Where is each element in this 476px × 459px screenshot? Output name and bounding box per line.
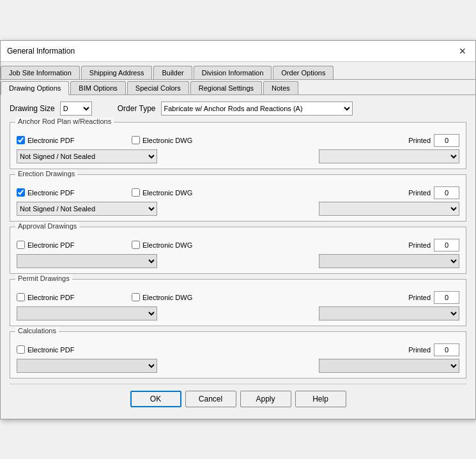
anchor-rod-right-dropdown[interactable] bbox=[319, 149, 459, 163]
calculations-title: Calculations bbox=[15, 327, 59, 335]
tab-regional-settings[interactable]: Regional Settings bbox=[190, 81, 262, 94]
approval-title: Approval Drawings bbox=[15, 222, 79, 230]
anchor-rod-dwg-label[interactable]: Electronic DWG bbox=[132, 136, 215, 144]
order-type-select[interactable]: Fabricate w/ Anchor Rods and Reactions (… bbox=[161, 102, 353, 116]
erection-left-dropdown[interactable]: Not Signed / Not Sealed bbox=[17, 202, 157, 216]
calculations-printed-input[interactable] bbox=[434, 343, 459, 356]
calculations-right-dropdown[interactable] bbox=[319, 359, 459, 373]
calculations-pdf-label[interactable]: Electronic PDF bbox=[17, 345, 100, 354]
approval-right-dropdown[interactable] bbox=[319, 254, 459, 268]
erection-dwg-label[interactable]: Electronic DWG bbox=[132, 188, 215, 197]
anchor-rod-title: Anchor Rod Plan w/Reactions bbox=[15, 117, 114, 125]
approval-left-dropdown[interactable] bbox=[17, 254, 157, 268]
erection-right-dropdown[interactable] bbox=[319, 202, 459, 216]
permit-pdf-label[interactable]: Electronic PDF bbox=[17, 293, 100, 301]
button-row: OK Cancel Apply Help bbox=[10, 384, 466, 412]
anchor-rod-pdf-checkbox[interactable] bbox=[17, 136, 25, 144]
erection-dwg-checkbox[interactable] bbox=[132, 188, 140, 197]
permit-section: Permit Drawings Electronic PDF Electroni… bbox=[10, 279, 466, 326]
calculations-left-dropdown[interactable] bbox=[17, 359, 157, 373]
anchor-rod-dropdown-row: Not Signed / Not Sealed bbox=[17, 149, 459, 163]
permit-dwg-label[interactable]: Electronic DWG bbox=[132, 293, 215, 301]
tab-drawing-options[interactable]: Drawing Options bbox=[1, 81, 69, 95]
calculations-checkboxes-row: Electronic PDF Printed bbox=[17, 343, 459, 356]
main-window: General Information ✕ Job Site Informati… bbox=[0, 40, 476, 419]
apply-button[interactable]: Apply bbox=[240, 391, 291, 407]
erection-pdf-checkbox[interactable] bbox=[17, 188, 25, 197]
anchor-rod-pdf-label[interactable]: Electronic PDF bbox=[17, 136, 100, 144]
tab-builder[interactable]: Builder bbox=[153, 66, 192, 79]
tab-notes[interactable]: Notes bbox=[263, 81, 298, 94]
permit-title: Permit Drawings bbox=[15, 275, 72, 282]
content-area: Drawing Size D A B C E Order Type Fabric… bbox=[1, 95, 475, 419]
approval-dwg-label[interactable]: Electronic DWG bbox=[132, 241, 215, 249]
tab-shipping-address[interactable]: Shipping Address bbox=[81, 66, 153, 79]
erection-printed-group: Printed bbox=[408, 186, 459, 199]
permit-checkboxes-row: Electronic PDF Electronic DWG Printed bbox=[17, 291, 459, 304]
tab-row-2: Drawing Options BIM Options Special Colo… bbox=[1, 80, 475, 95]
anchor-rod-dwg-checkbox[interactable] bbox=[132, 136, 140, 144]
erection-checkboxes-row: Electronic PDF Electronic DWG Printed bbox=[17, 186, 459, 199]
tab-row-1: Job Site Information Shipping Address Bu… bbox=[1, 62, 475, 80]
tab-job-site-information[interactable]: Job Site Information bbox=[1, 66, 80, 79]
calculations-dropdown-row bbox=[17, 359, 459, 373]
help-button[interactable]: Help bbox=[295, 391, 346, 407]
anchor-rod-left-dropdown[interactable]: Not Signed / Not Sealed bbox=[17, 149, 157, 163]
permit-printed-input[interactable] bbox=[434, 291, 459, 304]
erection-printed-input[interactable] bbox=[434, 186, 459, 199]
erection-pdf-label[interactable]: Electronic PDF bbox=[17, 188, 100, 197]
anchor-rod-section: Anchor Rod Plan w/Reactions Electronic P… bbox=[10, 122, 466, 169]
order-type-label: Order Type Fabricate w/ Anchor Rods and … bbox=[118, 102, 353, 116]
erection-section: Erection Drawings Electronic PDF Electro… bbox=[10, 174, 466, 222]
permit-dwg-checkbox[interactable] bbox=[132, 293, 140, 301]
approval-dwg-checkbox[interactable] bbox=[132, 241, 140, 249]
top-options-row: Drawing Size D A B C E Order Type Fabric… bbox=[10, 102, 466, 116]
erection-title: Erection Drawings bbox=[15, 170, 77, 177]
approval-dropdown-row bbox=[17, 254, 459, 268]
calculations-section: Calculations Electronic PDF Printed bbox=[10, 331, 466, 379]
tab-bim-options[interactable]: BIM Options bbox=[70, 81, 126, 94]
anchor-rod-checkboxes-row: Electronic PDF Electronic DWG Printed bbox=[17, 134, 459, 147]
drawing-size-label: Drawing Size D A B C E bbox=[10, 102, 92, 116]
permit-printed-group: Printed bbox=[408, 291, 459, 304]
approval-printed-group: Printed bbox=[408, 239, 459, 252]
window-title: General Information bbox=[7, 47, 75, 56]
calculations-pdf-checkbox[interactable] bbox=[17, 345, 25, 354]
permit-pdf-checkbox[interactable] bbox=[17, 293, 25, 301]
tab-order-options[interactable]: Order Options bbox=[273, 66, 334, 79]
permit-dropdown-row bbox=[17, 306, 459, 320]
drawing-size-select[interactable]: D A B C E bbox=[60, 102, 92, 116]
title-bar: General Information ✕ bbox=[1, 41, 475, 62]
cancel-button[interactable]: Cancel bbox=[185, 391, 236, 407]
tab-division-information[interactable]: Division Information bbox=[194, 66, 272, 79]
approval-pdf-checkbox[interactable] bbox=[17, 241, 25, 249]
permit-right-dropdown[interactable] bbox=[319, 306, 459, 320]
approval-printed-input[interactable] bbox=[434, 239, 459, 252]
approval-checkboxes-row: Electronic PDF Electronic DWG Printed bbox=[17, 239, 459, 252]
close-button[interactable]: ✕ bbox=[456, 45, 469, 57]
approval-pdf-label[interactable]: Electronic PDF bbox=[17, 241, 100, 249]
ok-button[interactable]: OK bbox=[130, 391, 181, 407]
tab-special-colors[interactable]: Special Colors bbox=[127, 81, 189, 94]
anchor-rod-printed-input[interactable] bbox=[434, 134, 459, 147]
erection-dropdown-row: Not Signed / Not Sealed bbox=[17, 202, 459, 216]
permit-left-dropdown[interactable] bbox=[17, 306, 157, 320]
anchor-rod-printed-group: Printed bbox=[408, 134, 459, 147]
calculations-printed-group: Printed bbox=[408, 343, 459, 356]
approval-section: Approval Drawings Electronic PDF Electro… bbox=[10, 227, 466, 274]
